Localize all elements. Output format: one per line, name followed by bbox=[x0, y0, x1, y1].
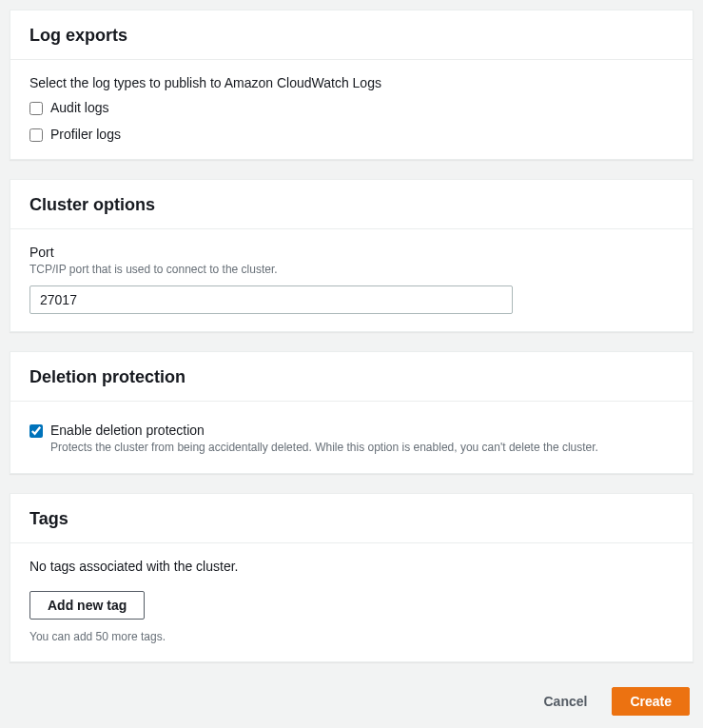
enable-deletion-label: Enable deletion protection bbox=[50, 423, 598, 438]
deletion-protection-panel: Deletion protection Enable deletion prot… bbox=[10, 351, 693, 474]
port-input[interactable] bbox=[29, 285, 513, 314]
log-exports-panel: Log exports Select the log types to publ… bbox=[10, 10, 693, 160]
panel-header: Deletion protection bbox=[10, 352, 693, 402]
cluster-options-title: Cluster options bbox=[29, 195, 674, 215]
audit-logs-label: Audit logs bbox=[50, 100, 108, 115]
cluster-options-panel: Cluster options Port TCP/IP port that is… bbox=[10, 179, 693, 332]
port-label: Port bbox=[29, 245, 674, 260]
panel-body: Enable deletion protection Protects the … bbox=[10, 402, 693, 473]
create-button[interactable]: Create bbox=[612, 687, 690, 716]
profiler-logs-label: Profiler logs bbox=[50, 127, 121, 142]
deletion-protection-title: Deletion protection bbox=[29, 367, 674, 387]
tags-panel: Tags No tags associated with the cluster… bbox=[10, 493, 693, 663]
enable-deletion-checkbox[interactable] bbox=[29, 424, 43, 438]
enable-deletion-row[interactable]: Enable deletion protection Protects the … bbox=[29, 423, 674, 456]
profiler-logs-row[interactable]: Profiler logs bbox=[29, 127, 674, 142]
enable-deletion-hint: Protects the cluster from being accident… bbox=[50, 440, 598, 456]
log-exports-title: Log exports bbox=[29, 26, 674, 46]
tags-empty-text: No tags associated with the cluster. bbox=[29, 559, 674, 574]
panel-header: Tags bbox=[10, 494, 693, 543]
add-new-tag-button[interactable]: Add new tag bbox=[29, 591, 145, 620]
tags-title: Tags bbox=[29, 509, 674, 529]
panel-body: Select the log types to publish to Amazo… bbox=[10, 60, 693, 159]
cancel-button[interactable]: Cancel bbox=[530, 688, 600, 715]
log-exports-intro: Select the log types to publish to Amazo… bbox=[29, 75, 674, 90]
port-hint: TCP/IP port that is used to connect to t… bbox=[29, 262, 674, 278]
form-footer: Cancel Create bbox=[10, 681, 693, 725]
panel-body: No tags associated with the cluster. Add… bbox=[10, 543, 693, 662]
profiler-logs-checkbox[interactable] bbox=[29, 128, 43, 142]
audit-logs-checkbox[interactable] bbox=[29, 102, 43, 115]
audit-logs-row[interactable]: Audit logs bbox=[29, 100, 674, 115]
tags-limit-hint: You can add 50 more tags. bbox=[29, 629, 674, 645]
panel-header: Cluster options bbox=[10, 180, 693, 229]
panel-body: Port TCP/IP port that is used to connect… bbox=[10, 229, 693, 331]
panel-header: Log exports bbox=[10, 10, 693, 60]
